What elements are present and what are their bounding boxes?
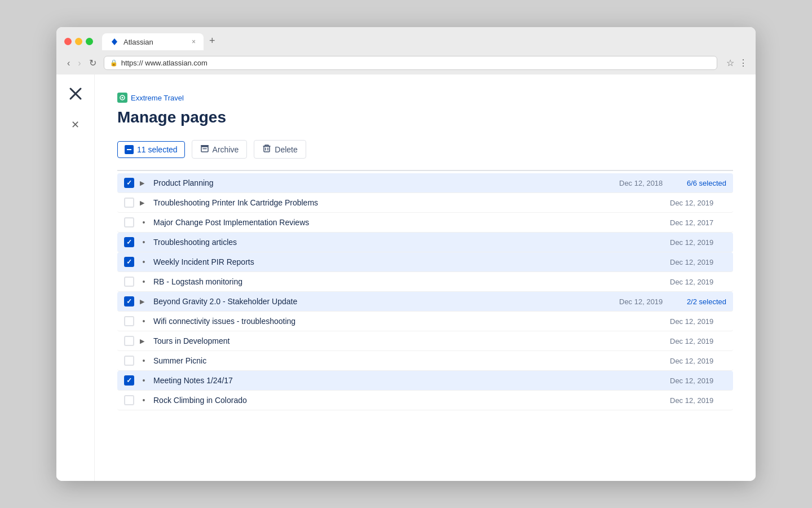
selected-badge[interactable]: 11 selected xyxy=(117,141,185,158)
maximize-traffic-light[interactable] xyxy=(86,38,93,45)
url-text: https:// www.atlassian.com xyxy=(121,59,208,67)
row-title: Wifi connectivity issues - troubleshooti… xyxy=(153,317,664,326)
forward-button[interactable]: › xyxy=(75,57,83,69)
table-row[interactable]: •Summer PicnicDec 12, 2019 xyxy=(117,351,733,371)
row-expand-icon[interactable]: ▶ xyxy=(140,338,148,345)
manage-toolbar: 11 selected Archive xyxy=(117,140,733,159)
page-title: Manage pages xyxy=(117,108,733,126)
row-date: Dec 12, 2019 xyxy=(670,396,726,405)
row-bullet-icon: • xyxy=(140,356,148,365)
svg-point-1 xyxy=(122,97,123,99)
row-checkbox[interactable] xyxy=(124,336,134,346)
table-row[interactable]: •Rock Climbing in ColoradoDec 12, 2019 xyxy=(117,391,733,410)
row-checkbox[interactable] xyxy=(124,375,134,386)
row-expand-icon[interactable]: ▶ xyxy=(140,199,148,207)
table-row[interactable]: •Troubleshooting articlesDec 12, 2019 xyxy=(117,233,733,252)
main-content: Exxtreme Travel Manage pages 11 selected xyxy=(95,75,756,481)
row-selected-badge: 6/6 selected xyxy=(681,179,726,187)
row-title: Beyond Gravity 2.0 - Stakeholder Update xyxy=(153,297,614,306)
row-date: Dec 12, 2019 xyxy=(670,238,726,247)
row-date: Dec 12, 2019 xyxy=(670,199,726,207)
row-title: Troubleshooting articles xyxy=(153,238,664,247)
address-bar[interactable]: 🔒 https:// www.atlassian.com xyxy=(104,56,717,70)
tab-bar: Atlassian × + xyxy=(102,33,219,50)
row-checkbox[interactable] xyxy=(124,316,134,326)
reload-button[interactable]: ↻ xyxy=(86,56,99,69)
row-checkbox[interactable] xyxy=(124,356,134,366)
sidebar: ✕ xyxy=(56,75,95,481)
tab-title: Atlassian xyxy=(123,38,153,46)
browser-nav: ‹ › ↻ xyxy=(64,56,99,69)
breadcrumb: Exxtreme Travel xyxy=(117,93,733,103)
row-selected-badge: 2/2 selected xyxy=(681,297,726,306)
table-row[interactable]: ▶Troubleshooting Printer Ink Cartridge P… xyxy=(117,193,733,213)
row-checkbox[interactable] xyxy=(124,178,134,188)
browser-window: Atlassian × + ‹ › ↻ 🔒 https:// www.atlas… xyxy=(56,27,756,481)
row-title: Product Planning xyxy=(153,178,614,187)
browser-chrome: Atlassian × + ‹ › ↻ 🔒 https:// www.atlas… xyxy=(56,27,756,75)
minimize-traffic-light[interactable] xyxy=(75,38,82,45)
row-checkbox[interactable] xyxy=(124,277,134,287)
row-bullet-icon: • xyxy=(140,396,148,405)
lock-icon: 🔒 xyxy=(110,59,118,67)
select-all-icon xyxy=(125,145,134,154)
row-bullet-icon: • xyxy=(140,218,148,227)
row-title: Meeting Notes 1/24/17 xyxy=(153,376,664,385)
table-row[interactable]: ▶Beyond Gravity 2.0 - Stakeholder Update… xyxy=(117,292,733,312)
bookmark-button[interactable]: ☆ xyxy=(726,58,734,68)
browser-controls: Atlassian × + xyxy=(64,33,748,50)
menu-button[interactable]: ⋮ xyxy=(739,58,748,68)
row-checkbox[interactable] xyxy=(124,395,134,405)
delete-button[interactable]: Delete xyxy=(254,140,306,159)
archive-button[interactable]: Archive xyxy=(192,140,248,159)
row-title: Summer Picnic xyxy=(153,356,664,365)
row-title: RB - Logstash monitoring xyxy=(153,277,664,286)
row-checkbox[interactable] xyxy=(124,217,134,227)
row-title: Tours in Development xyxy=(153,336,664,345)
table-row[interactable]: •Weekly Incident PIR ReportsDec 12, 2019 xyxy=(117,252,733,272)
row-title: Rock Climbing in Colorado xyxy=(153,396,664,405)
row-date: Dec 12, 2019 xyxy=(670,357,726,365)
row-title: Major Change Post Implementation Reviews xyxy=(153,218,664,227)
sidebar-close-button[interactable]: ✕ xyxy=(71,119,80,131)
browser-actions: ☆ ⋮ xyxy=(726,58,748,68)
row-checkbox[interactable] xyxy=(124,198,134,208)
row-expand-icon[interactable]: ▶ xyxy=(140,298,148,305)
table-row[interactable]: ▶Tours in DevelopmentDec 12, 2019 xyxy=(117,331,733,351)
browser-tab[interactable]: Atlassian × xyxy=(102,33,204,50)
delete-label: Delete xyxy=(275,145,297,154)
archive-label: Archive xyxy=(213,145,239,154)
pages-list: ▶Product PlanningDec 12, 20186/6 selecte… xyxy=(117,173,733,410)
selected-count: 11 selected xyxy=(137,145,178,154)
sidebar-logo xyxy=(68,86,83,105)
table-row[interactable]: •Meeting Notes 1/24/17Dec 12, 2019 xyxy=(117,371,733,391)
row-date: Dec 12, 2017 xyxy=(670,218,726,227)
row-date: Dec 12, 2019 xyxy=(670,317,726,326)
row-checkbox[interactable] xyxy=(124,257,134,267)
row-bullet-icon: • xyxy=(140,257,148,266)
table-divider xyxy=(117,170,733,171)
row-checkbox[interactable] xyxy=(124,296,134,306)
table-row[interactable]: ▶Product PlanningDec 12, 20186/6 selecte… xyxy=(117,173,733,193)
atlassian-tab-icon xyxy=(110,37,119,46)
row-expand-icon[interactable]: ▶ xyxy=(140,179,148,187)
project-name: Exxtreme Travel xyxy=(131,94,184,102)
table-row[interactable]: •Wifi connectivity issues - troubleshoot… xyxy=(117,312,733,331)
row-date: Dec 12, 2019 xyxy=(670,337,726,345)
archive-icon xyxy=(200,144,209,155)
table-row[interactable]: •RB - Logstash monitoringDec 12, 2019 xyxy=(117,272,733,292)
row-bullet-icon: • xyxy=(140,376,148,385)
new-tab-button[interactable]: + xyxy=(206,33,219,49)
project-icon xyxy=(117,93,127,103)
row-checkbox[interactable] xyxy=(124,237,134,247)
close-traffic-light[interactable] xyxy=(64,38,72,45)
table-row[interactable]: •Major Change Post Implementation Review… xyxy=(117,213,733,233)
row-date: Dec 12, 2019 xyxy=(670,278,726,286)
back-button[interactable]: ‹ xyxy=(64,57,73,69)
row-date: Dec 12, 2018 xyxy=(619,179,676,187)
svg-rect-5 xyxy=(264,146,270,152)
tab-close-button[interactable]: × xyxy=(192,38,196,46)
row-title: Troubleshooting Printer Ink Cartridge Pr… xyxy=(153,198,664,207)
svg-rect-3 xyxy=(201,147,208,152)
row-date: Dec 12, 2019 xyxy=(670,376,726,385)
